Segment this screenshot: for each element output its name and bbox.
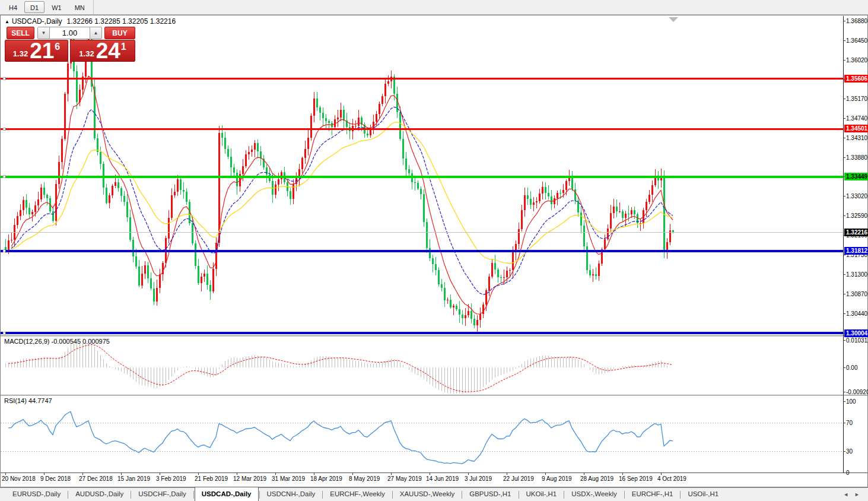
axis-tick-mark: [843, 157, 845, 158]
buy-price-big: 24: [96, 41, 120, 61]
sell-price-prefix: 1.32: [13, 49, 28, 58]
price-axis-tick: 1.32590: [846, 213, 868, 219]
tab-divider: [322, 491, 323, 499]
tab-usdcad-daily[interactable]: USDCAD-,Daily: [195, 487, 259, 501]
date-tick-mark: [121, 473, 122, 475]
axis-tick-mark: [843, 423, 845, 423]
price-axis-tick: 1.34740: [846, 115, 868, 122]
axis-tick-mark: [843, 118, 845, 119]
tab-eurchf-weekly[interactable]: EURCHF-,Weekly: [323, 488, 391, 501]
date-tick-mark: [5, 473, 6, 475]
chart-shift-marker-icon[interactable]: [669, 17, 678, 22]
axis-tick-mark: [843, 60, 845, 61]
tab-divider: [680, 491, 681, 499]
price-axis-border: [843, 16, 844, 473]
tab-eurusd-daily[interactable]: EURUSD-,Daily: [6, 488, 67, 501]
date-axis-border: [1, 473, 867, 473]
date-axis-label: 9 Aug 2019: [542, 475, 572, 482]
axis-tick-mark: [843, 99, 845, 99]
price-axis-tick: 1.35170: [846, 96, 868, 102]
date-tick-mark: [468, 473, 469, 475]
tab-divider: [624, 491, 625, 499]
buy-price-pip: 1: [121, 42, 126, 52]
date-tick-mark: [198, 473, 199, 475]
tab-audusd-daily[interactable]: AUDUSD-,Daily: [69, 488, 130, 501]
price-axis-tick: 1.36020: [846, 57, 868, 64]
axis-tick-mark: [843, 196, 845, 196]
axis-tick-mark: [843, 451, 845, 452]
date-tick-mark: [44, 473, 44, 475]
macd-axis-tick: 0.00: [846, 364, 868, 371]
price-axis-tick: 1.33880: [846, 154, 868, 161]
tab-divider: [564, 491, 564, 499]
sell-price-display[interactable]: 1.32 21 6: [5, 40, 68, 62]
ohlc-values: 1.32266 1.32285 1.32205 1.32216: [67, 17, 176, 26]
tab-usdchf-daily[interactable]: USDCHF-,Daily: [132, 488, 193, 501]
lot-decrease-icon[interactable]: ▼: [37, 27, 50, 39]
tab-scroll-arrows: ◄ ►: [843, 492, 860, 497]
lot-increase-icon[interactable]: ▲: [90, 27, 102, 39]
price-axis-tick: 1.34310: [846, 135, 868, 141]
date-tick-mark: [661, 473, 662, 475]
macd-chart-canvas[interactable]: [1, 337, 843, 395]
tab-divider: [462, 491, 462, 499]
tab-divider: [392, 491, 393, 499]
tab-ukoil-h1[interactable]: UKOil-,H1: [520, 488, 564, 501]
axis-tick-mark: [843, 215, 845, 216]
date-axis-label: 22 Jul 2019: [503, 475, 534, 482]
date-tick-mark: [82, 473, 83, 475]
price-axis-tick: 1.36880: [846, 18, 868, 24]
rsi-axis-tick: 100: [846, 398, 868, 405]
price-level-badge: 1.35606: [844, 75, 868, 83]
rsi-chart-canvas[interactable]: [1, 396, 843, 473]
tab-divider: [193, 491, 194, 499]
timeframe-button-d1[interactable]: D1: [24, 1, 44, 13]
timeframe-button-w1[interactable]: W1: [46, 1, 68, 13]
lot-size-input[interactable]: [50, 27, 90, 39]
date-tick-mark: [391, 473, 392, 475]
tab-xauusd-weekly[interactable]: XAUUSD-,Weekly: [393, 488, 461, 501]
date-axis-label: 16 Sep 2019: [619, 475, 653, 482]
sell-button[interactable]: SELL: [7, 27, 34, 39]
timeframe-button-h4[interactable]: H4: [3, 1, 23, 13]
date-tick-mark: [545, 473, 546, 475]
tab-usoil-h1[interactable]: USOil-,H1: [681, 488, 725, 501]
axis-tick-mark: [843, 294, 845, 294]
tab-divider: [131, 491, 131, 499]
tab-scroll-right-icon[interactable]: ►: [854, 492, 860, 497]
axis-tick-mark: [843, 367, 845, 368]
axis-tick-mark: [843, 392, 845, 392]
date-tick-mark: [584, 473, 584, 475]
price-level-badge: 1.30004: [844, 329, 868, 337]
buy-price-display[interactable]: 1.32 24 1: [70, 40, 135, 62]
date-tick-mark: [237, 473, 237, 475]
buy-button[interactable]: BUY: [104, 27, 135, 39]
tab-eurchf-h1[interactable]: EURCHF-,H1: [625, 488, 680, 501]
date-axis-label: 14 Jun 2019: [426, 475, 459, 482]
panel-collapse-icon[interactable]: ▲: [5, 19, 9, 24]
date-axis-label: 18 Apr 2019: [310, 475, 342, 482]
date-axis-label: 27 Dec 2018: [79, 475, 113, 482]
date-axis-label: 3 Jul 2019: [465, 475, 492, 482]
date-tick-mark: [160, 473, 160, 475]
date-tick-mark: [352, 473, 353, 475]
sell-price-pip: 6: [55, 42, 60, 52]
date-axis-label: 21 Feb 2019: [195, 475, 228, 482]
price-chart-canvas[interactable]: [1, 16, 843, 335]
tab-gbpusd-h1[interactable]: GBPUSD-,H1: [463, 488, 517, 501]
tab-usdx-weekly[interactable]: USDX-,Weekly: [565, 488, 623, 501]
date-axis-label: 8 May 2019: [349, 475, 380, 482]
date-tick-mark: [275, 473, 276, 475]
price-level-badge: 1.32216: [844, 229, 868, 236]
date-axis-label: 20 Nov 2018: [2, 475, 36, 482]
axis-tick-mark: [843, 340, 845, 341]
tab-usdcnh-daily[interactable]: USDCNH-,Daily: [260, 488, 322, 501]
tab-scroll-left-icon[interactable]: ◄: [843, 492, 848, 497]
axis-tick-mark: [843, 40, 845, 41]
tab-divider: [68, 491, 68, 499]
one-click-trading-panel: SELL ▼ ▲ BUY 1.32 21 6 1.32 24 1: [1, 26, 143, 63]
date-tick-mark: [430, 473, 430, 475]
timeframe-button-mn[interactable]: MN: [69, 1, 91, 13]
date-axis-label: 4 Oct 2019: [657, 475, 686, 482]
timeframe-toolbar: H4D1W1MN: [0, 0, 868, 15]
